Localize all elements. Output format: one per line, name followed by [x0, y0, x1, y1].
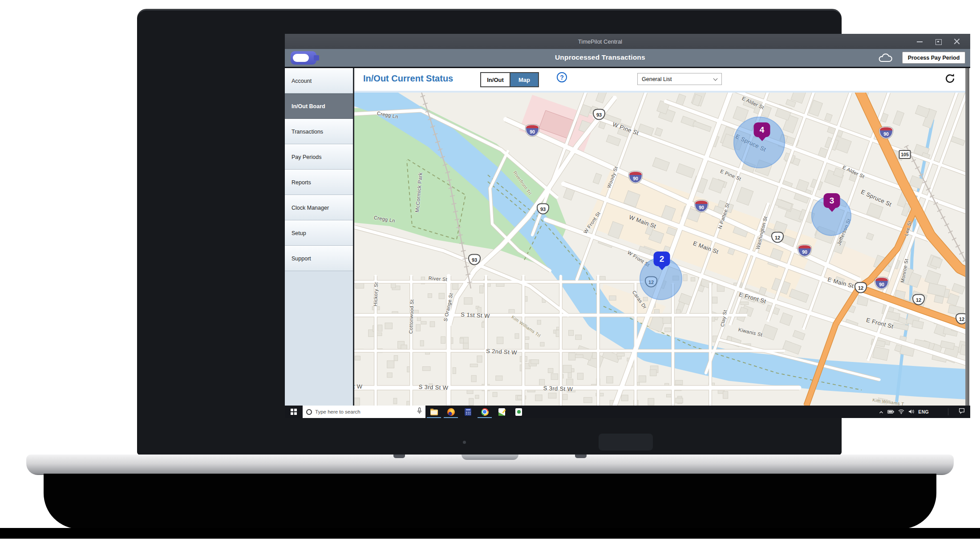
map-marker-2[interactable]: 2 — [654, 252, 670, 266]
street-label: t W — [354, 383, 363, 390]
help-icon[interactable]: ? — [557, 72, 567, 82]
notes-taskbar-button[interactable] — [493, 406, 510, 418]
notes-icon — [498, 408, 505, 416]
map-marker-4[interactable]: 4 — [754, 122, 770, 137]
window-controls — [916, 34, 960, 49]
shadow-floor — [0, 528, 980, 539]
action-center-icon[interactable] — [959, 408, 965, 416]
file-explorer-taskbar-button[interactable] — [425, 406, 442, 418]
refresh-icon[interactable] — [944, 73, 956, 86]
base-notch — [462, 455, 518, 460]
wifi-icon[interactable] — [898, 408, 904, 416]
map-canvas — [354, 93, 969, 406]
window-edge — [965, 68, 969, 406]
cloud-icon[interactable] — [878, 53, 894, 66]
language-indicator[interactable]: ENG — [918, 409, 929, 414]
view-toggle: In/Out Map — [480, 72, 539, 87]
firefox-taskbar-button[interactable] — [442, 406, 459, 418]
maximize-icon[interactable] — [935, 38, 942, 45]
window-title: TimePilot Central — [578, 38, 622, 45]
battery-icon[interactable] — [887, 408, 894, 416]
process-pay-period-button[interactable]: Process Pay Period — [902, 52, 965, 64]
close-icon[interactable] — [954, 38, 960, 45]
calculator-taskbar-button[interactable] — [459, 406, 476, 418]
bezel-dot — [463, 441, 466, 444]
hinge-mark — [393, 455, 405, 458]
highway-shield-105: 105 — [899, 150, 911, 159]
taskbar-search-input[interactable]: Type here to search — [303, 406, 425, 418]
timepilot-logo-icon — [291, 51, 316, 65]
street-label: Hickory St — [373, 282, 379, 307]
sidebar-item-setup[interactable]: Setup — [285, 220, 353, 246]
street-label: S 3rd St W — [418, 383, 448, 391]
firefox-icon — [447, 408, 455, 416]
cortana-icon — [306, 409, 312, 415]
taskbar-apps — [425, 406, 527, 418]
windows-taskbar: Type here to search ENG — [285, 406, 970, 418]
sidebar-item-pay-periods[interactable]: Pay Periods — [285, 144, 353, 170]
sidebar-item-reports[interactable]: Reports — [285, 170, 353, 195]
sidebar-item-clock-manager[interactable]: Clock Manager — [285, 195, 353, 220]
page: TimePilot Central Unprocessed Transactio… — [0, 0, 980, 544]
volume-icon[interactable] — [908, 408, 914, 416]
list-dropdown-value: General List — [642, 76, 672, 82]
active-app-indicator — [427, 417, 441, 418]
list-dropdown[interactable]: General List — [637, 73, 722, 85]
sidebar-item-in-out-board[interactable]: In/Out Board — [285, 93, 353, 119]
laptop-shadow — [44, 474, 936, 529]
hinge — [599, 434, 653, 451]
window-titlebar: TimePilot Central — [285, 34, 970, 49]
active-app-indicator — [444, 417, 458, 418]
view-heading: In/Out Current Status — [363, 73, 453, 84]
sidebar-item-account[interactable]: Account — [285, 68, 353, 93]
start-button[interactable] — [285, 406, 303, 418]
page-title: Unprocessed Transactions — [555, 53, 645, 61]
map-view[interactable]: Cregg LnCregg LnMcCormick ParkRiverfront… — [354, 93, 969, 406]
hinge-mark — [575, 455, 587, 458]
sidebar-item-support[interactable]: Support — [285, 246, 353, 271]
street-label: S 3rd St W — [543, 385, 573, 392]
sidebar-item-transactions[interactable]: Transactions — [285, 119, 353, 144]
minimize-icon[interactable] — [916, 38, 923, 45]
app-header: Unprocessed Transactions Process Pay Per… — [285, 49, 970, 67]
tab-inout[interactable]: In/Out — [481, 73, 510, 86]
map-marker-3[interactable]: 3 — [824, 193, 840, 208]
sidebar: AccountIn/Out BoardTransactionsPay Perio… — [285, 68, 354, 406]
microphone-icon[interactable] — [417, 407, 422, 416]
file-explorer-icon — [430, 410, 438, 415]
chrome-icon — [481, 408, 489, 416]
tray-chevron-icon[interactable] — [879, 408, 883, 416]
evernote-taskbar-button[interactable] — [510, 406, 527, 418]
windows-logo-icon — [291, 409, 297, 415]
tray-divider — [948, 408, 948, 415]
active-app-indicator — [478, 417, 492, 418]
evernote-icon — [515, 408, 522, 416]
system-tray: ENG — [879, 408, 970, 416]
toolbar: In/Out Current Status In/Out Map ? Gener… — [354, 68, 969, 93]
chrome-taskbar-button[interactable] — [476, 406, 493, 418]
calculator-icon — [465, 408, 471, 416]
tab-map[interactable]: Map — [510, 73, 538, 86]
chevron-down-icon — [713, 77, 718, 81]
laptop-frame: TimePilot Central Unprocessed Transactio… — [138, 9, 841, 455]
search-placeholder: Type here to search — [315, 409, 414, 414]
